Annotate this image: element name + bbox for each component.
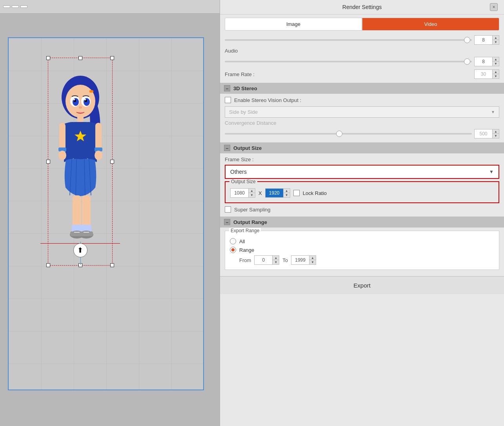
framerate-spinbox-up[interactable]: ▲ bbox=[493, 70, 499, 74]
handle-bottom-left[interactable] bbox=[46, 263, 50, 267]
render-settings-panel: Render Settings × Image Video ▲ ▼ Audio bbox=[220, 0, 504, 426]
frame-size-dropdown[interactable]: Others ▼ bbox=[225, 165, 499, 179]
convergence-slider-row: ▲ ▼ bbox=[225, 129, 499, 138]
output-range-section-header[interactable]: – Output Range bbox=[220, 217, 504, 228]
spinbox-1: ▲ ▼ bbox=[474, 35, 499, 45]
audio-slider-thumb[interactable] bbox=[464, 58, 470, 65]
to-spinbox-up[interactable]: ▲ bbox=[309, 256, 316, 260]
output-size-group: Output Size ▲ ▼ X ▲ ▼ bbox=[225, 181, 499, 203]
framerate-label: Frame Rate : bbox=[225, 71, 255, 77]
svg-point-10 bbox=[79, 106, 82, 109]
from-label: From bbox=[239, 257, 251, 263]
range-radio-btn[interactable] bbox=[230, 247, 236, 253]
from-spinbox-down[interactable]: ▼ bbox=[273, 260, 279, 264]
width-spinbox-arrows: ▲ ▼ bbox=[248, 189, 255, 197]
enable-stereo-row: Enable Stereo Vision Output : bbox=[225, 97, 499, 103]
lock-ratio-checkbox[interactable] bbox=[293, 190, 300, 196]
export-button[interactable]: Export bbox=[220, 276, 504, 294]
audio-spinbox-value[interactable] bbox=[475, 57, 492, 66]
to-spinbox: ▲ ▼ bbox=[291, 255, 316, 265]
move-handle-icon[interactable]: ⬆ bbox=[73, 243, 87, 257]
stereo-dropdown-arrow-icon: ▼ bbox=[491, 110, 495, 114]
handle-top-right[interactable] bbox=[110, 56, 114, 60]
handle-bottom-right[interactable] bbox=[110, 263, 114, 267]
svg-point-19 bbox=[58, 151, 66, 160]
range-radio-label: Range bbox=[239, 247, 254, 253]
handle-mid-right[interactable] bbox=[110, 160, 114, 164]
all-radio-row: All bbox=[230, 238, 494, 244]
tabs-container: Image Video bbox=[225, 18, 499, 31]
enable-stereo-label: Enable Stereo Vision Output : bbox=[234, 97, 301, 103]
slider-track-1[interactable] bbox=[225, 39, 472, 41]
top-toolbar bbox=[0, 0, 220, 14]
x-separator-label: X bbox=[258, 190, 262, 196]
all-radio-btn[interactable] bbox=[230, 238, 236, 244]
width-spinbox-down[interactable]: ▼ bbox=[249, 193, 255, 197]
width-spinbox-up[interactable]: ▲ bbox=[249, 189, 255, 193]
framerate-spinbox-down[interactable]: ▼ bbox=[493, 74, 499, 78]
stereo-section-header[interactable]: – 3D Stereo bbox=[220, 83, 504, 94]
tab-image[interactable]: Image bbox=[225, 18, 362, 31]
framerate-spinbox-arrows: ▲ ▼ bbox=[492, 70, 499, 78]
stereo-mode-dropdown[interactable]: Side by Side ▼ bbox=[225, 106, 499, 118]
toolbar-btn-1[interactable] bbox=[3, 5, 10, 8]
stereo-collapse-btn[interactable]: – bbox=[224, 85, 230, 91]
range-radio-row: Range bbox=[230, 247, 494, 253]
audio-spinbox: ▲ ▼ bbox=[474, 57, 499, 66]
frame-size-label: Frame Size : bbox=[225, 157, 254, 162]
height-spinbox-value[interactable] bbox=[266, 189, 283, 197]
audio-spinbox-up[interactable]: ▲ bbox=[493, 57, 499, 62]
convergence-spinbox-up[interactable]: ▲ bbox=[493, 129, 499, 134]
to-spinbox-value[interactable] bbox=[291, 256, 309, 264]
convergence-spinbox: ▲ ▼ bbox=[474, 129, 499, 138]
canvas-viewport: ⬆ bbox=[8, 37, 204, 390]
handle-top-left[interactable] bbox=[46, 56, 50, 60]
to-label: To bbox=[282, 257, 288, 263]
super-sampling-checkbox[interactable] bbox=[225, 206, 231, 213]
frame-size-value: Others bbox=[230, 169, 489, 175]
character-selection-frame: ⬆ bbox=[48, 58, 113, 266]
spinbox-1-value[interactable] bbox=[475, 36, 492, 44]
tab-video[interactable]: Video bbox=[362, 18, 499, 31]
output-size-collapse-btn[interactable]: – bbox=[224, 145, 230, 151]
height-spinbox-arrows: ▲ ▼ bbox=[283, 189, 290, 197]
from-spinbox-up[interactable]: ▲ bbox=[273, 256, 279, 260]
convergence-spinbox-value[interactable] bbox=[475, 129, 492, 138]
svg-rect-11 bbox=[89, 90, 93, 93]
height-spinbox-down[interactable]: ▼ bbox=[284, 193, 290, 197]
toolbar-btn-2[interactable] bbox=[12, 5, 19, 8]
panel-header: Render Settings × bbox=[220, 0, 504, 15]
from-spinbox-value[interactable] bbox=[255, 256, 272, 264]
output-size-section-header[interactable]: – Output Size bbox=[220, 142, 504, 153]
toolbar-btn-3[interactable] bbox=[20, 5, 27, 8]
enable-stereo-checkbox[interactable] bbox=[225, 97, 231, 103]
panel-content: ▲ ▼ Audio ▲ ▼ Frame Rate : bbox=[220, 31, 504, 426]
audio-slider-row: ▲ ▼ bbox=[225, 57, 499, 66]
convergence-slider-track[interactable] bbox=[225, 133, 472, 135]
framerate-spinbox-value[interactable] bbox=[475, 70, 492, 78]
handle-top-mid[interactable] bbox=[78, 56, 82, 60]
close-button[interactable]: × bbox=[490, 3, 498, 11]
to-spinbox-down[interactable]: ▼ bbox=[309, 260, 316, 264]
framerate-row: Frame Rate : ▲ ▼ bbox=[225, 69, 499, 79]
from-to-row: From ▲ ▼ To ▲ ▼ bbox=[239, 255, 494, 265]
handle-mid-left[interactable] bbox=[46, 160, 50, 164]
from-spinbox: ▲ ▼ bbox=[254, 255, 279, 265]
export-range-group-label: Export Range bbox=[229, 228, 261, 233]
stereo-section-title: 3D Stereo bbox=[233, 86, 257, 91]
spinbox-1-down[interactable]: ▼ bbox=[493, 40, 499, 44]
height-spinbox-up[interactable]: ▲ bbox=[284, 189, 290, 193]
framerate-spinbox: ▲ ▼ bbox=[474, 69, 499, 79]
audio-spinbox-down[interactable]: ▼ bbox=[493, 62, 499, 66]
audio-slider-track[interactable] bbox=[225, 61, 472, 62]
output-range-collapse-btn[interactable]: – bbox=[224, 219, 230, 225]
width-spinbox-value[interactable] bbox=[231, 189, 248, 197]
slider-thumb-1[interactable] bbox=[464, 37, 470, 43]
convergence-slider-thumb[interactable] bbox=[336, 131, 342, 137]
audio-label: Audio bbox=[225, 48, 238, 54]
svg-point-9 bbox=[84, 99, 86, 100]
convergence-spinbox-down[interactable]: ▼ bbox=[493, 134, 499, 138]
convergence-spinbox-arrows: ▲ ▼ bbox=[492, 129, 499, 138]
spinbox-1-up[interactable]: ▲ bbox=[493, 36, 499, 40]
spinbox-1-arrows: ▲ ▼ bbox=[492, 36, 499, 44]
